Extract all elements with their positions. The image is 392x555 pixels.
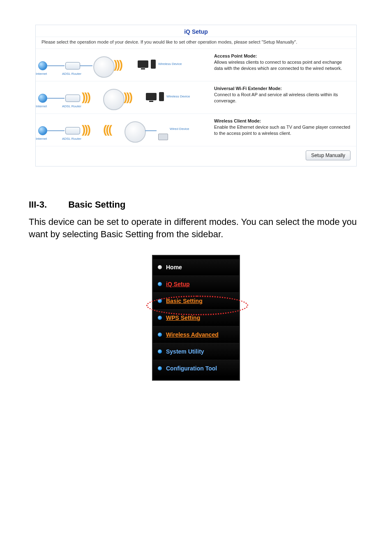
sidebar-item-iq-setup[interactable]: iQ Setup (153, 276, 239, 293)
bullet-icon (158, 282, 162, 286)
label-wireless-device: Wireless Device (166, 95, 190, 98)
mode-text: Enable the Ethernet device such as TV an… (214, 125, 350, 136)
wifi-waves-icon: ))) (82, 90, 90, 104)
section-heading: III-3. Basic Setting (29, 199, 363, 210)
sidebar-menu: Home iQ Setup Basic Setting WPS Setting … (152, 255, 240, 381)
sidebar-item-wireless-advanced[interactable]: Wireless Advanced (153, 326, 239, 343)
sidebar-item-wps-setting[interactable]: WPS Setting (153, 310, 239, 326)
mode-title: Wireless Client Mode: (214, 118, 261, 123)
mode-title: Universal Wi-Fi Extender Mode: (214, 86, 282, 91)
sidebar-item-basic-setting[interactable]: Basic Setting (153, 293, 239, 310)
sidebar-item-label: iQ Setup (166, 281, 190, 287)
device-disc-icon (93, 56, 115, 78)
sidebar-item-label: Basic Setting (166, 298, 203, 304)
sidebar-item-label: Configuration Tool (166, 365, 217, 372)
diagram-line (47, 130, 65, 131)
bullet-icon (158, 349, 162, 354)
label-wireless-device: Wireless Device (158, 62, 182, 66)
wifi-waves-icon: ))) (82, 123, 90, 136)
diagram-line (47, 98, 65, 99)
tv-icon (138, 60, 148, 68)
label-internet: Internet (36, 104, 47, 108)
wifi-waves-icon: ((( (103, 123, 111, 136)
label-adsl: ADSL Router (62, 104, 81, 108)
phone-icon (151, 60, 156, 69)
sidebar-item-label: WPS Setting (166, 314, 200, 321)
mode-diagram-extender: Internet ADSL Router ))) ))) Wireless De… (36, 81, 208, 113)
section-number: III-3. (29, 199, 66, 210)
sidebar-item-home[interactable]: Home (153, 259, 239, 276)
sidebar-item-system-utility[interactable]: System Utility (153, 343, 239, 360)
pc-icon (158, 134, 168, 140)
globe-icon (38, 126, 47, 135)
sidebar-item-label: System Utility (166, 348, 204, 355)
sidebar-item-label: Home (166, 264, 182, 271)
label-internet: Internet (36, 72, 47, 76)
device-disc-icon (103, 89, 125, 110)
iq-setup-panel: iQ Setup Please select the operation mod… (35, 25, 357, 166)
wifi-waves-icon: ))) (114, 58, 122, 71)
label-adsl: ADSL Router (62, 72, 81, 76)
globe-icon (38, 61, 47, 70)
label-wired-device: Wired Device (170, 127, 189, 131)
tv-icon (146, 93, 157, 100)
diagram-line (145, 130, 157, 131)
bullet-icon (158, 316, 162, 320)
mode-row-client[interactable]: Internet ADSL Router ))) ((( Wired Devic… (36, 114, 356, 146)
adsl-router-icon (65, 95, 80, 102)
mode-desc-extender: Universal Wi-Fi Extender Mode: Connect t… (208, 81, 356, 113)
globe-icon (38, 94, 47, 103)
phone-icon (159, 92, 164, 101)
sidebar-item-configuration-tool[interactable]: Configuration Tool (153, 360, 239, 377)
mode-diagram-access-point: Internet ADSL Router ))) Wireless Device (36, 49, 208, 81)
mode-text: Allows wireless clients to connect to ac… (214, 60, 342, 71)
setup-manually-button[interactable]: Setup Manually (306, 150, 350, 160)
diagram-line (80, 65, 92, 66)
iq-setup-intro: Please select the operation mode of your… (36, 37, 356, 49)
diagram-line (47, 65, 65, 66)
mode-diagram-client: Internet ADSL Router ))) ((( Wired Devic… (36, 114, 208, 146)
section-body: This device can be set to operate in dif… (29, 216, 363, 240)
adsl-router-icon (65, 127, 80, 134)
mode-title: Access Point Mode: (214, 53, 257, 58)
iq-setup-title: iQ Setup (36, 25, 356, 37)
mode-text: Connect to a Root AP and service all wir… (214, 92, 338, 103)
wifi-waves-icon: ))) (124, 90, 131, 104)
mode-desc-client: Wireless Client Mode: Enable the Etherne… (208, 114, 356, 146)
sidebar-screenshot: Home iQ Setup Basic Setting WPS Setting … (149, 255, 243, 381)
document-page: iQ Setup Please select the operation mod… (0, 0, 392, 555)
sidebar-item-label: Wireless Advanced (166, 331, 219, 338)
adsl-router-icon (65, 62, 80, 69)
iq-setup-footer: Setup Manually (36, 146, 356, 166)
mode-row-access-point[interactable]: Internet ADSL Router ))) Wireless Device… (36, 49, 356, 81)
label-adsl: ADSL Router (62, 137, 81, 141)
bullet-icon (158, 366, 162, 370)
bullet-icon (158, 265, 162, 269)
label-internet: Internet (36, 137, 47, 141)
mode-desc-access-point: Access Point Mode: Allows wireless clien… (208, 49, 356, 81)
mode-row-extender[interactable]: Internet ADSL Router ))) ))) Wireless De… (36, 81, 356, 114)
section-title: Basic Setting (68, 199, 125, 210)
bullet-icon (158, 299, 162, 303)
bullet-icon (158, 333, 162, 337)
device-disc-icon (125, 121, 146, 143)
